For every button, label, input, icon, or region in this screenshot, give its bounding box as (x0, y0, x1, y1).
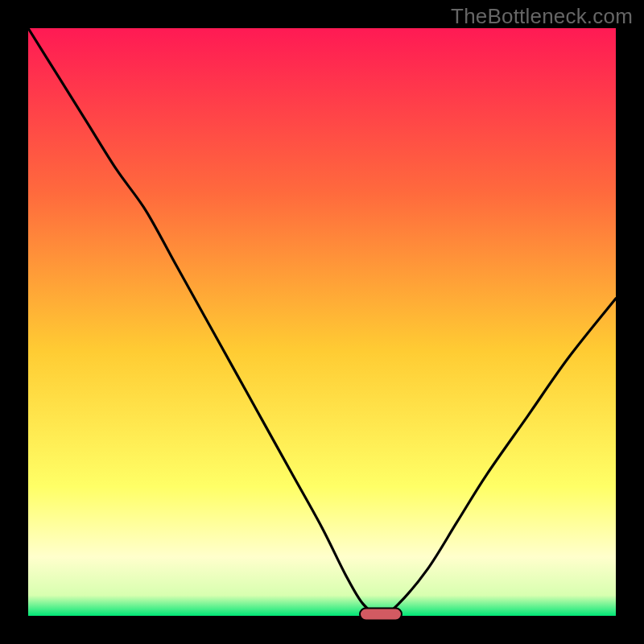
watermark-text: TheBottleneck.com (451, 4, 633, 29)
chart-container: TheBottleneck.com (0, 0, 644, 644)
optimum-marker (360, 609, 402, 621)
bottleneck-chart (0, 0, 644, 644)
